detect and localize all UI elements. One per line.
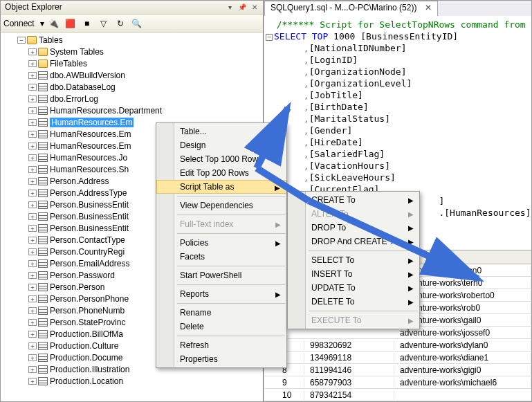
submenu-arrow-icon: ▶ (275, 184, 280, 192)
tree-node[interactable]: +dbo.ErrorLog (3, 93, 260, 104)
table-icon (38, 189, 48, 197)
object-explorer-title-bar: Object Explorer ▾ 📌 ✕ (1, 1, 263, 15)
submenu-arrow-icon: ▶ (408, 284, 414, 292)
menu-separator (177, 214, 285, 215)
menu-item[interactable]: DROP And CREATE To▶ (288, 235, 419, 248)
table-icon (38, 201, 48, 209)
object-explorer-toolbar: Connect▾ 🔌 🟥 ■ ▽ ↻ 🔍 (1, 15, 263, 33)
tree-node[interactable]: +FileTables (3, 57, 260, 69)
submenu-arrow-icon: ▶ (408, 224, 414, 232)
tree-node[interactable]: +dbo.AWBuildVersion (3, 69, 260, 81)
submenu-arrow-icon: ▶ (408, 257, 414, 264)
table-icon (38, 365, 48, 374)
submenu-arrow-icon: ▶ (408, 197, 414, 204)
folder-icon (38, 60, 48, 68)
submenu-arrow-icon: ▶ (275, 239, 281, 247)
menu-item[interactable]: Properties (156, 352, 286, 366)
table-icon (38, 318, 48, 327)
submenu-arrow-icon: ▶ (408, 298, 414, 306)
menu-item[interactable]: CREATE To▶ (288, 193, 419, 207)
menu-item[interactable]: Facets (156, 250, 286, 264)
menu-item[interactable]: Rename (156, 306, 286, 320)
table-icon (38, 177, 48, 185)
table-icon (38, 259, 48, 268)
tree-node[interactable]: +dbo.DatabaseLog (3, 81, 260, 93)
menu-item: ALTER To▶ (288, 207, 419, 221)
menu-item[interactable]: SELECT To▶ (288, 253, 419, 267)
menu-item[interactable]: Select Top 1000 Rows (156, 152, 286, 166)
menu-item[interactable]: INSERT To▶ (288, 267, 419, 281)
menu-item[interactable]: DROP To▶ (288, 221, 419, 235)
table-icon (38, 130, 48, 138)
submenu-arrow-icon: ▶ (275, 291, 281, 298)
table-icon (38, 142, 48, 150)
tree-node[interactable]: −Tables (3, 34, 260, 46)
table-icon (38, 95, 48, 103)
menu-separator (177, 266, 285, 266)
disconnect-icon[interactable]: 🟥 (64, 17, 77, 30)
filter-icon[interactable]: ▽ (97, 17, 111, 30)
context-menu-table[interactable]: Table...DesignSelect Top 1000 RowsEdit T… (156, 122, 287, 368)
menu-item[interactable]: Delete (156, 320, 286, 334)
table-icon (38, 83, 48, 91)
stop-icon[interactable]: ■ (80, 17, 94, 30)
dropdown-icon[interactable]: ▾ (224, 1, 235, 12)
table-icon (38, 154, 48, 162)
refresh-icon[interactable]: ↻ (113, 17, 127, 30)
menu-item: Full-Text index▶ (156, 217, 286, 231)
table-icon (38, 307, 48, 315)
object-explorer-title: Object Explorer (5, 2, 62, 12)
table-icon (38, 271, 48, 280)
menu-separator (177, 196, 285, 197)
menu-item[interactable]: UPDATE To▶ (288, 281, 419, 295)
tab-close-icon[interactable]: ✕ (425, 3, 432, 12)
table-icon (38, 118, 48, 127)
table-icon (38, 354, 48, 362)
context-submenu-script-table-as[interactable]: CREATE To▶ALTER To▶DROP To▶DROP And CREA… (287, 191, 420, 329)
folder-icon (27, 36, 37, 44)
table-icon (38, 165, 48, 174)
tab-sqlquery1[interactable]: SQLQuery1.sql - M...O-PC\Marino (52)) ✕ (264, 1, 438, 16)
table-icon (38, 107, 48, 115)
tree-node[interactable]: +System Tables (3, 46, 260, 57)
menu-item[interactable]: Edit Top 200 Rows (156, 166, 286, 180)
folder-icon (38, 48, 48, 56)
menu-separator (309, 311, 418, 311)
table-icon (38, 248, 48, 256)
table-icon (38, 377, 48, 385)
submenu-arrow-icon: ▶ (275, 221, 281, 228)
submenu-arrow-icon: ▶ (408, 238, 414, 246)
menu-separator (177, 284, 285, 285)
menu-item[interactable]: Start PowerShell (156, 268, 286, 282)
menu-item[interactable]: Table... (156, 125, 286, 138)
menu-separator (177, 336, 285, 336)
document-tab-bar: SQLQuery1.sql - M...O-PC\Marino (52)) ✕ (264, 1, 531, 16)
table-icon (38, 71, 48, 80)
menu-item[interactable]: Design (156, 138, 286, 152)
table-row[interactable]: 6998320692adventure-works\dylan0 (264, 339, 531, 351)
tree-node[interactable]: +Production.Location (3, 375, 260, 387)
table-icon (38, 342, 48, 350)
close-icon[interactable]: ✕ (249, 1, 260, 12)
menu-item[interactable]: Reports▶ (156, 287, 286, 301)
menu-separator (177, 303, 285, 304)
table-row[interactable]: 8811994146adventure-works\gigi0 (264, 364, 531, 376)
connect-label[interactable]: Connect (3, 19, 35, 28)
search-icon[interactable]: 🔍 (130, 17, 144, 30)
tree-node[interactable]: +HumanResources.Department (3, 104, 260, 116)
table-row[interactable]: 7134969118adventure-works\diane1 (264, 351, 531, 364)
tab-label: SQLQuery1.sql - M...O-PC\Marino (52)) (270, 3, 416, 12)
menu-item[interactable]: DELETE To▶ (288, 295, 419, 309)
submenu-arrow-icon: ▶ (408, 210, 414, 218)
menu-item[interactable]: Refresh (156, 338, 286, 352)
menu-item[interactable]: Policies▶ (156, 236, 286, 250)
pin-icon[interactable]: 📌 (237, 1, 248, 12)
connect-icon[interactable]: 🔌 (47, 17, 61, 30)
table-row[interactable]: 10879342154 (264, 389, 531, 401)
table-icon (38, 330, 48, 338)
table-row[interactable]: 9658797903adventure-works\michael6 (264, 376, 531, 389)
table-icon (38, 295, 48, 303)
menu-item[interactable]: View Dependencies (156, 199, 286, 212)
table-icon (38, 224, 48, 232)
menu-item[interactable]: Script Table as▶ (156, 180, 286, 194)
